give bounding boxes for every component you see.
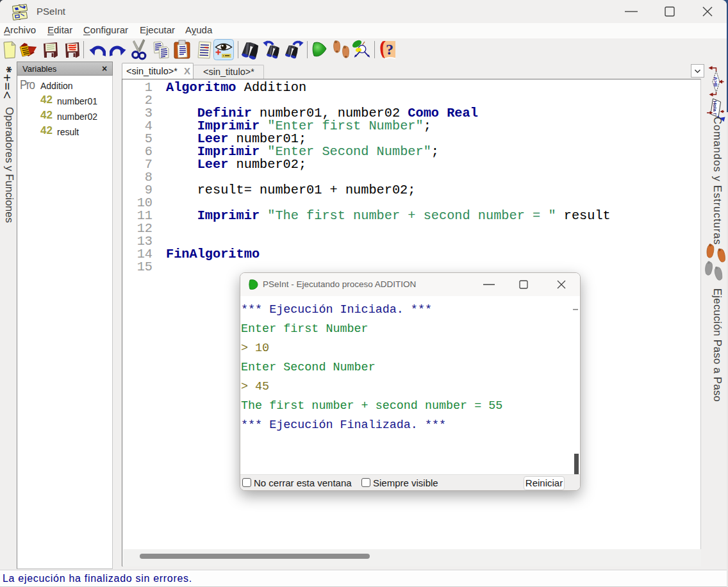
- svg-text:A>B: A>B: [713, 76, 718, 87]
- svg-text:?: ?: [386, 41, 393, 58]
- svg-text:'Hola !': 'Hola !': [712, 100, 718, 116]
